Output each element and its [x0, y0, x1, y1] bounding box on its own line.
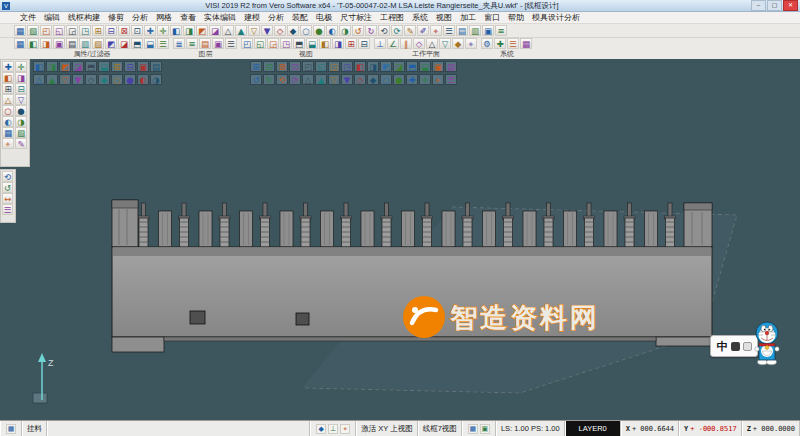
tool-icon[interactable]: ⊡ — [131, 25, 143, 36]
tool-icon[interactable]: ▣ — [432, 61, 444, 72]
tool-icon[interactable]: ▦ — [14, 25, 26, 36]
tool-icon[interactable]: ⊞ — [92, 25, 104, 36]
tool-icon[interactable]: ◐ — [2, 116, 14, 127]
tool-icon[interactable]: ◆ — [287, 25, 299, 36]
tool-icon[interactable]: ↺ — [250, 74, 262, 85]
tool-icon[interactable]: △ — [222, 25, 234, 36]
tool-icon[interactable]: ∥ — [400, 38, 412, 49]
tool-icon[interactable]: ◳ — [341, 61, 353, 72]
tool-icon[interactable]: ⌖ — [340, 424, 350, 434]
close-button[interactable]: ✕ — [783, 0, 798, 11]
tool-icon[interactable]: ⊠ — [118, 25, 130, 36]
tool-icon[interactable]: ↻ — [263, 74, 275, 85]
viewport-3d[interactable]: 智造资料网 Z ◧◨◩◪⬒⬓⊞⊟▣▤ △▲▽▼◇◆○●◐◑ ⊞⊟⊠⊡◰◱◲◳◧◨… — [0, 59, 800, 420]
tool-icon[interactable]: ⊡ — [289, 61, 301, 72]
tool-icon[interactable]: ▦ — [6, 424, 16, 434]
tool-icon[interactable]: ◑ — [150, 74, 162, 85]
tool-icon[interactable]: ◆ — [452, 38, 464, 49]
tool-icon[interactable]: ⬓ — [98, 61, 110, 72]
tool-icon[interactable]: ≡ — [495, 25, 507, 36]
tool-icon[interactable]: ▣ — [212, 38, 224, 49]
menu-item[interactable]: 文件 — [16, 12, 40, 23]
tool-icon[interactable]: ◱ — [53, 25, 65, 36]
tool-icon[interactable]: ▣ — [53, 38, 65, 49]
tool-icon[interactable]: ◨ — [183, 25, 195, 36]
viewport-canvas[interactable]: 智造资料网 Z — [0, 59, 800, 420]
tool-icon[interactable]: ◇ — [413, 38, 425, 49]
tool-icon[interactable]: ◨ — [40, 38, 52, 49]
tool-icon[interactable]: ✎ — [15, 138, 27, 149]
tool-icon[interactable]: ◧ — [170, 25, 182, 36]
menu-item[interactable]: 修剪 — [104, 12, 128, 23]
menu-item[interactable]: 分析 — [128, 12, 152, 23]
tool-icon[interactable]: ◐ — [326, 25, 338, 36]
tool-icon[interactable]: ⬒ — [85, 61, 97, 72]
tool-icon[interactable]: ◆ — [367, 74, 379, 85]
tool-icon[interactable]: ✐ — [417, 25, 429, 36]
menu-item[interactable]: 建模 — [240, 12, 264, 23]
tool-icon[interactable]: ◩ — [59, 61, 71, 72]
tool-icon[interactable]: ▼ — [261, 25, 273, 36]
tool-icon[interactable]: ☰ — [157, 38, 169, 49]
tool-icon[interactable]: ▼ — [72, 74, 84, 85]
tool-icon[interactable]: ▤ — [66, 38, 78, 49]
tool-icon[interactable]: ✚ — [144, 25, 156, 36]
tool-icon[interactable]: ▥ — [79, 38, 91, 49]
tool-icon[interactable]: ☰ — [225, 38, 237, 49]
tool-icon[interactable]: ⟲ — [2, 171, 13, 182]
tool-icon[interactable]: ⊞ — [250, 61, 262, 72]
tool-icon[interactable]: △ — [2, 94, 14, 105]
tool-icon[interactable]: ▲ — [46, 74, 58, 85]
tool-icon[interactable]: ● — [15, 105, 27, 116]
tool-icon[interactable]: ▽ — [439, 38, 451, 49]
tool-icon[interactable]: ▤ — [445, 61, 457, 72]
menu-item[interactable]: 工程图 — [376, 12, 408, 23]
tool-icon[interactable]: ◰ — [40, 25, 52, 36]
tool-icon[interactable]: ◨ — [15, 72, 27, 83]
tool-icon[interactable]: ○ — [380, 74, 392, 85]
tool-icon[interactable]: ▽ — [59, 74, 71, 85]
tool-icon[interactable]: ▽ — [15, 94, 27, 105]
tool-icon[interactable]: ◳ — [79, 25, 91, 36]
tool-icon[interactable]: ✚ — [2, 61, 14, 72]
tool-icon[interactable]: ✎ — [404, 25, 416, 36]
tool-icon[interactable]: ◲ — [328, 61, 340, 72]
menu-item[interactable]: 系统 — [408, 12, 432, 23]
tool-icon[interactable]: ◱ — [254, 38, 266, 49]
tool-icon[interactable]: ⊥ — [328, 424, 338, 434]
tool-icon[interactable]: ◩ — [105, 38, 117, 49]
tool-icon[interactable]: ⊟ — [263, 61, 275, 72]
tool-icon[interactable]: ▥ — [469, 25, 481, 36]
tool-icon[interactable]: ∠ — [387, 38, 399, 49]
tool-icon[interactable]: ▦ — [520, 38, 532, 49]
tool-icon[interactable]: ✚ — [494, 38, 506, 49]
tool-icon[interactable]: ⊞ — [2, 83, 14, 94]
tool-icon[interactable]: ⬓ — [306, 38, 318, 49]
tool-icon[interactable]: ◆ — [98, 74, 110, 85]
tool-icon[interactable]: ● — [124, 74, 136, 85]
tool-icon[interactable]: ⟳ — [391, 25, 403, 36]
menu-item[interactable]: 装配 — [288, 12, 312, 23]
tool-icon[interactable]: ◲ — [267, 38, 279, 49]
tool-icon[interactable]: ↔ — [2, 193, 13, 204]
tool-icon[interactable]: ○ — [300, 25, 312, 36]
tool-icon[interactable]: ▣ — [137, 61, 149, 72]
tool-icon[interactable]: △ — [302, 74, 314, 85]
tool-icon[interactable]: ◲ — [66, 25, 78, 36]
tool-icon[interactable]: ▤ — [199, 38, 211, 49]
tool-icon[interactable]: ▦ — [2, 127, 14, 138]
tool-icon[interactable]: ◑ — [339, 25, 351, 36]
status-view-name[interactable]: 线框7视图 — [418, 421, 462, 436]
menu-item[interactable]: 视图 — [432, 12, 456, 23]
menu-item[interactable]: 模具设计分析 — [528, 12, 584, 23]
tool-icon[interactable]: ◪ — [72, 61, 84, 72]
tool-icon[interactable]: ◨ — [332, 38, 344, 49]
tool-icon[interactable]: ✛ — [419, 74, 431, 85]
tool-icon[interactable]: ◧ — [354, 61, 366, 72]
tool-icon[interactable]: ▤ — [150, 61, 162, 72]
tool-icon[interactable]: ⌖ — [465, 38, 477, 49]
tool-icon[interactable]: ▧ — [15, 127, 27, 138]
menu-item[interactable]: 查看 — [176, 12, 200, 23]
tool-icon[interactable]: ● — [393, 74, 405, 85]
tool-icon[interactable]: ⌖ — [430, 25, 442, 36]
